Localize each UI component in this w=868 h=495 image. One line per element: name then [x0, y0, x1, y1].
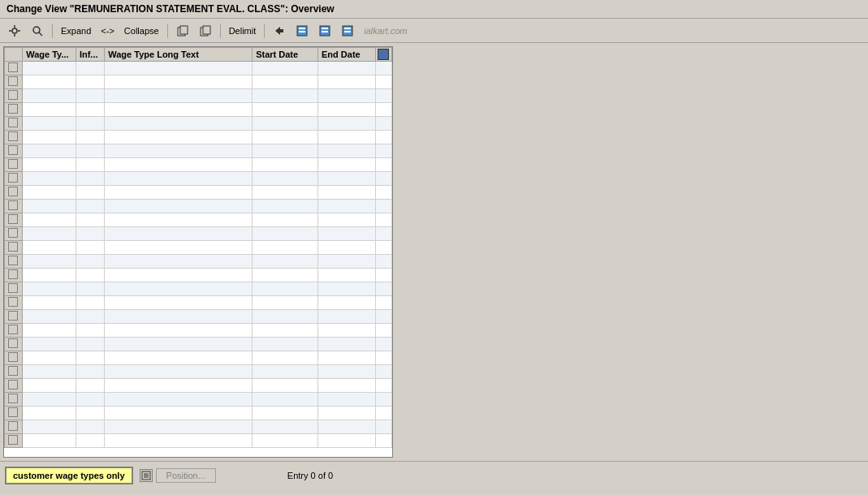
- table-row[interactable]: [5, 227, 392, 241]
- table-row[interactable]: [5, 365, 392, 379]
- column-settings-icon[interactable]: [378, 49, 389, 60]
- row-checkbox[interactable]: [8, 118, 18, 127]
- wage-long-cell: [105, 310, 253, 324]
- icon-cell: [375, 103, 391, 117]
- table-row[interactable]: [5, 324, 392, 338]
- start-date-cell: [253, 62, 318, 75]
- table-row[interactable]: [5, 158, 392, 172]
- row-checkbox[interactable]: [8, 283, 18, 293]
- row-checkbox[interactable]: [8, 131, 18, 141]
- table-row[interactable]: [5, 393, 392, 407]
- row-checkbox[interactable]: [8, 187, 18, 196]
- table-row[interactable]: [5, 282, 392, 296]
- row-checkbox[interactable]: [8, 145, 18, 155]
- col-header-end-date[interactable]: End Date: [318, 48, 376, 62]
- table-row[interactable]: [5, 310, 392, 324]
- position-btn[interactable]: Position...: [156, 468, 216, 483]
- delimit-btn[interactable]: Delimit: [226, 24, 260, 37]
- row-checkbox[interactable]: [8, 242, 18, 252]
- table-row[interactable]: [5, 144, 392, 158]
- row-checkbox[interactable]: [8, 297, 18, 307]
- row-checkbox[interactable]: [8, 352, 18, 362]
- start-date-cell: [253, 255, 318, 269]
- row-checkbox[interactable]: [8, 338, 18, 348]
- table-row[interactable]: [5, 117, 392, 131]
- table-row[interactable]: [5, 131, 392, 144]
- table-row[interactable]: [5, 172, 392, 186]
- inf-cell: [76, 296, 104, 310]
- table-wrapper[interactable]: Wage Ty... Inf... Wage Type Long Text St…: [4, 47, 392, 457]
- row-checkbox[interactable]: [8, 256, 18, 265]
- wage-type-cell: [23, 172, 76, 186]
- row-checkbox[interactable]: [8, 311, 18, 321]
- table-row[interactable]: [5, 213, 392, 227]
- table-row[interactable]: [5, 186, 392, 200]
- collapse-btn[interactable]: Collapse: [121, 24, 162, 37]
- table-row[interactable]: [5, 407, 392, 420]
- settings-btn[interactable]: [5, 23, 24, 39]
- icon-cell: [375, 365, 391, 379]
- row-checkbox[interactable]: [8, 269, 18, 279]
- row-checkbox[interactable]: [8, 214, 18, 224]
- col-header-inf[interactable]: Inf...: [76, 48, 104, 62]
- table-row[interactable]: [5, 296, 392, 310]
- row-checkbox[interactable]: [8, 200, 18, 210]
- row-checkbox[interactable]: [8, 366, 18, 376]
- row-checkbox[interactable]: [8, 435, 18, 445]
- row-checkbox[interactable]: [8, 228, 18, 238]
- row-checkbox[interactable]: [8, 159, 18, 169]
- table-row[interactable]: [5, 200, 392, 213]
- row-checkbox[interactable]: [8, 421, 18, 431]
- page-icon3-btn[interactable]: [338, 23, 357, 39]
- wage-type-cell: [23, 75, 76, 89]
- table-row[interactable]: [5, 420, 392, 434]
- table-row[interactable]: [5, 379, 392, 393]
- copy1-btn[interactable]: [173, 23, 192, 39]
- customer-wage-types-btn[interactable]: customer wage types only: [5, 467, 133, 484]
- table-row[interactable]: [5, 62, 392, 75]
- inf-cell: [76, 338, 104, 351]
- row-checkbox[interactable]: [8, 380, 18, 390]
- row-checkbox[interactable]: [8, 104, 18, 114]
- inf-cell: [76, 186, 104, 200]
- page-icon2-btn[interactable]: [315, 23, 335, 39]
- icon-cell: [375, 269, 391, 282]
- svg-rect-18: [322, 31, 328, 32]
- inf-cell: [76, 62, 104, 75]
- row-checkbox[interactable]: [8, 407, 18, 417]
- row-checkbox[interactable]: [8, 90, 18, 100]
- copy2-btn[interactable]: [196, 23, 215, 39]
- find-btn[interactable]: [28, 23, 47, 39]
- table-row[interactable]: [5, 351, 392, 365]
- table-row[interactable]: [5, 103, 392, 117]
- wage-long-cell: [105, 75, 253, 89]
- inf-cell: [76, 420, 104, 434]
- table-row[interactable]: [5, 434, 392, 448]
- row-checkbox[interactable]: [8, 76, 18, 86]
- row-checkbox[interactable]: [8, 394, 18, 403]
- table-row[interactable]: [5, 89, 392, 103]
- row-checkbox[interactable]: [8, 173, 18, 183]
- svg-point-0: [12, 28, 17, 33]
- row-select-cell: [5, 338, 23, 351]
- col-header-start-date[interactable]: Start Date: [253, 48, 318, 62]
- page-icon1-btn[interactable]: [292, 23, 312, 39]
- row-select-cell: [5, 75, 23, 89]
- nav-back-btn[interactable]: [270, 23, 289, 39]
- svg-rect-15: [299, 31, 305, 32]
- row-checkbox[interactable]: [8, 62, 18, 72]
- table-row[interactable]: [5, 75, 392, 89]
- expand-btn[interactable]: Expand: [58, 24, 94, 37]
- table-row[interactable]: [5, 241, 392, 255]
- end-date-cell: [318, 103, 376, 117]
- page-icon3: [341, 24, 354, 37]
- delimit-label: Delimit: [229, 26, 257, 36]
- collapse-label: Collapse: [124, 26, 159, 36]
- col-header-wage-type[interactable]: Wage Ty...: [23, 48, 76, 62]
- col-header-wage-long[interactable]: Wage Type Long Text: [105, 48, 253, 62]
- expand-collapse-arrow-btn[interactable]: <->: [97, 24, 118, 37]
- row-checkbox[interactable]: [8, 325, 18, 334]
- table-row[interactable]: [5, 338, 392, 351]
- table-row[interactable]: [5, 255, 392, 269]
- table-row[interactable]: [5, 269, 392, 282]
